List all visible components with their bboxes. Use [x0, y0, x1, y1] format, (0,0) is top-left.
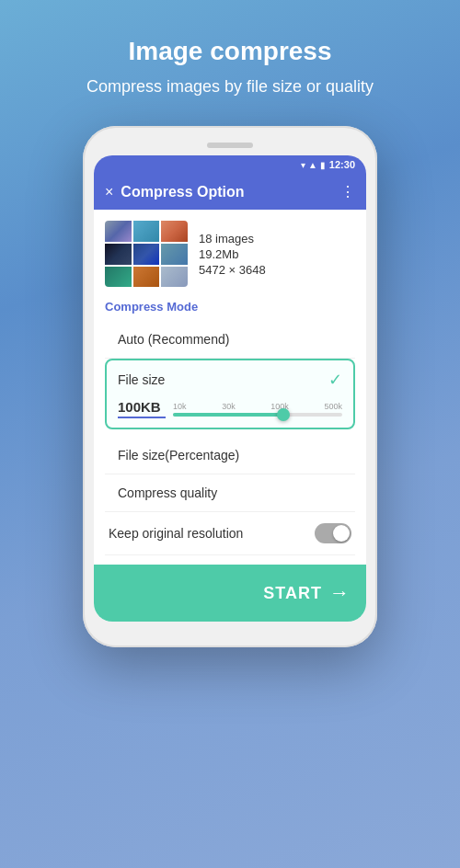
keep-resolution-label: Keep original resolution — [109, 526, 243, 541]
img-cell-9 — [161, 267, 188, 288]
phone-screen: ▾ ▲ ▮ 12:30 × Compress Option ⋮ — [94, 155, 366, 622]
slider-label-30k: 30k — [222, 402, 236, 411]
slider-value: 100KB — [118, 399, 166, 418]
slider-fill — [173, 413, 283, 417]
img-cell-2 — [133, 221, 160, 242]
start-arrow-icon: → — [329, 581, 350, 605]
slider-label-10k: 10k — [173, 402, 187, 411]
toggle-thumb — [333, 525, 350, 542]
compress-mode-label: Compress Mode — [105, 300, 355, 314]
slider-labels: 10k 30k 100k 500k — [173, 402, 342, 411]
img-cell-1 — [105, 221, 132, 242]
image-stats: 18 images 19.2Mb 5472 × 3648 — [199, 232, 266, 277]
slider-container[interactable]: 10k 30k 100k 500k — [173, 402, 342, 417]
image-dimensions: 5472 × 3648 — [199, 263, 266, 277]
file-size-option[interactable]: File size ✓ 100KB 10k 30k 100k 500k — [105, 359, 355, 429]
subtitle: Compress images by file size or quality — [86, 75, 374, 98]
main-title: Image compress — [86, 37, 374, 66]
slider-thumb[interactable] — [277, 408, 290, 421]
content-area: 18 images 19.2Mb 5472 × 3648 Compress Mo… — [94, 210, 366, 622]
img-cell-3 — [161, 221, 188, 242]
header-section: Image compress Compress images by file s… — [59, 0, 401, 117]
file-size-percentage-option[interactable]: File size(Percentage) — [105, 437, 355, 474]
battery-icon: ▮ — [320, 160, 326, 170]
status-icons: ▾ ▲ ▮ — [301, 160, 326, 170]
phone-wrapper: ▾ ▲ ▮ 12:30 × Compress Option ⋮ — [83, 126, 377, 647]
img-cell-5 — [133, 244, 160, 265]
image-count: 18 images — [199, 232, 266, 246]
keep-resolution-row: Keep original resolution — [105, 512, 355, 555]
auto-recommend-option[interactable]: Auto (Recommend) — [105, 321, 355, 359]
file-size-title: File size — [118, 372, 165, 387]
image-info-row: 18 images 19.2Mb 5472 × 3648 — [105, 221, 355, 287]
slider-track[interactable] — [173, 413, 342, 417]
img-cell-8 — [133, 267, 160, 288]
image-grid — [105, 221, 188, 287]
keep-resolution-toggle[interactable] — [315, 523, 351, 543]
img-cell-7 — [105, 267, 132, 288]
app-bar: × Compress Option ⋮ — [94, 174, 366, 210]
signal-icon: ▲ — [308, 160, 317, 170]
status-bar: ▾ ▲ ▮ 12:30 — [94, 155, 366, 174]
phone-notch — [94, 143, 366, 148]
menu-icon[interactable]: ⋮ — [340, 183, 355, 200]
app-bar-title: Compress Option — [121, 184, 333, 200]
wifi-icon: ▾ — [301, 160, 305, 170]
checkmark-icon: ✓ — [328, 370, 342, 390]
start-button[interactable]: START → — [94, 565, 366, 622]
start-label: START — [263, 584, 322, 603]
slider-row: 100KB 10k 30k 100k 500k — [118, 399, 342, 418]
compress-quality-option[interactable]: Compress quality — [105, 474, 355, 512]
phone-frame: ▾ ▲ ▮ 12:30 × Compress Option ⋮ — [83, 126, 377, 647]
img-cell-6 — [161, 244, 188, 265]
close-icon[interactable]: × — [105, 184, 113, 200]
phone-speaker — [207, 143, 253, 148]
image-size: 19.2Mb — [199, 247, 266, 261]
file-size-header: File size ✓ — [118, 370, 342, 390]
status-time: 12:30 — [329, 159, 355, 170]
img-cell-4 — [105, 244, 132, 265]
slider-label-500k: 500k — [324, 402, 342, 411]
